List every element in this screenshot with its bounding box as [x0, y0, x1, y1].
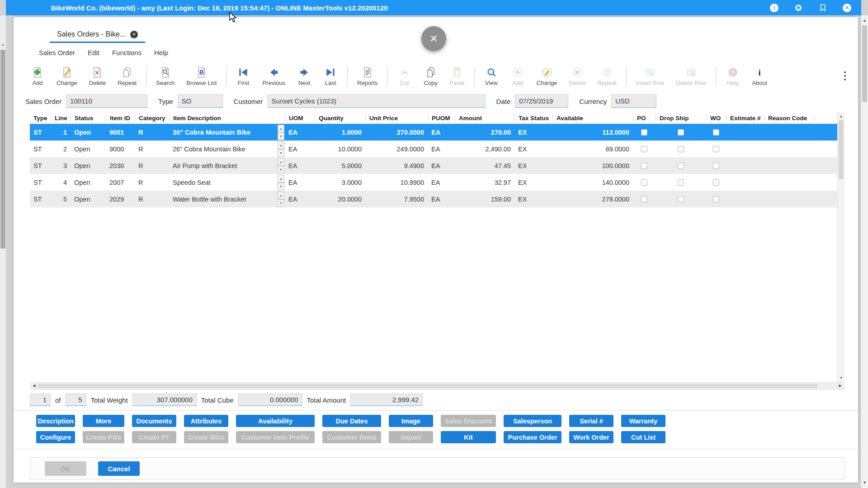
column-header-unit-price[interactable]: Unit Price: [365, 114, 428, 122]
total-amount-input[interactable]: 2,999.42: [350, 394, 423, 406]
customer-input[interactable]: Sunset Cycles (1023): [268, 94, 486, 108]
column-header-wo[interactable]: WO: [706, 114, 726, 122]
po-checkbox[interactable]: [641, 129, 647, 136]
wo-checkbox[interactable]: [713, 146, 719, 152]
wo-checkbox[interactable]: [713, 129, 719, 136]
column-header-type[interactable]: Type: [30, 114, 51, 122]
wo-checkbox[interactable]: [713, 196, 719, 202]
page-number-input[interactable]: 1: [30, 394, 51, 406]
toolbar-previous-button[interactable]: Previous: [256, 66, 291, 86]
scrollbar-thumb[interactable]: [839, 120, 844, 179]
total-cube-input[interactable]: 0.000000: [238, 394, 302, 406]
scroll-up-icon[interactable]: ▲: [861, 17, 868, 24]
toolbar-first-button[interactable]: First: [230, 66, 256, 86]
column-header-item-description[interactable]: Item Description: [169, 114, 285, 122]
toolbar-search-button[interactable]: Search: [150, 66, 180, 86]
spinner-down-icon[interactable]: ▼: [278, 199, 284, 207]
table-row[interactable]: ST3Open2030RAir Pump with Bracket▲▼EA5.0…: [30, 157, 837, 174]
spinner-up-icon[interactable]: ▲: [278, 141, 284, 149]
documents-button[interactable]: Documents: [132, 415, 176, 427]
currency-input[interactable]: USD: [611, 94, 656, 108]
toolbar-browse-list-button[interactable]: BBrowse List: [180, 66, 222, 86]
scroll-down-icon[interactable]: ▼: [838, 375, 844, 381]
date-input[interactable]: 07/25/2019: [515, 94, 568, 108]
column-header-estimate[interactable]: Estimate #: [726, 114, 764, 122]
column-header-item-id[interactable]: Item ID: [106, 114, 135, 122]
close-icon[interactable]: ✕: [843, 4, 851, 12]
scroll-down-icon[interactable]: ▼: [861, 479, 868, 486]
po-checkbox[interactable]: [641, 163, 647, 169]
scroll-left-icon[interactable]: ◀: [31, 383, 38, 389]
column-header-available[interactable]: Available: [552, 114, 633, 122]
table-row[interactable]: ST5Open2029RWater Bottle with Bracket▲▼E…: [30, 191, 837, 207]
column-header-tax-status[interactable]: Tax Status: [514, 114, 552, 122]
toolbar-change-button[interactable]: Change: [51, 66, 83, 86]
cut-list-button[interactable]: Cut List: [621, 431, 665, 443]
spinner-down-icon[interactable]: ▼: [278, 132, 284, 140]
drop-ship-checkbox[interactable]: [678, 146, 684, 152]
bookmark-icon[interactable]: [818, 3, 827, 12]
cancel-button[interactable]: Cancel: [98, 461, 140, 476]
spinner-up-icon[interactable]: ▲: [278, 125, 284, 132]
tab-sales-orders[interactable]: Sales Orders - Bike... ✕: [50, 27, 145, 43]
toolbar-view-button[interactable]: View: [478, 66, 505, 86]
toolbar-repeat-button[interactable]: Repeat: [112, 66, 142, 86]
column-header-status[interactable]: Status: [71, 114, 106, 122]
column-header-line[interactable]: Line: [51, 114, 71, 122]
menu-sales-order[interactable]: Sales Order: [39, 49, 75, 56]
po-checkbox[interactable]: [641, 146, 647, 152]
info-icon[interactable]: i: [770, 4, 778, 12]
wo-checkbox[interactable]: [713, 179, 719, 186]
page-scrollbar-left[interactable]: ▲: [0, 15, 6, 488]
description-button[interactable]: Description: [36, 415, 75, 427]
overlay-close-button[interactable]: ✕: [421, 26, 446, 51]
scroll-up-icon[interactable]: ▲: [0, 42, 6, 48]
drop-ship-checkbox[interactable]: [678, 129, 684, 136]
spinner-up-icon[interactable]: ▲: [278, 192, 284, 199]
configure-button[interactable]: Configure: [36, 431, 75, 443]
table-row[interactable]: ST2Open9000R26" Cobra Mountain Bike▲▼EA1…: [30, 141, 837, 157]
work-order-button[interactable]: Work Order: [569, 431, 613, 443]
due-dates-button[interactable]: Due Dates: [322, 415, 381, 427]
column-header-po[interactable]: PO: [633, 114, 656, 122]
table-row[interactable]: ST1Open9001R30" Cobra Mountain Bike▲▼EA1…: [30, 124, 837, 141]
wo-checkbox[interactable]: [713, 163, 719, 169]
tab-close-icon[interactable]: ✕: [130, 31, 138, 38]
scroll-up-icon[interactable]: ▲: [838, 113, 844, 120]
toolbar-last-button[interactable]: Last: [317, 66, 344, 86]
drop-ship-checkbox[interactable]: [678, 163, 684, 169]
ok-button[interactable]: OK: [45, 461, 86, 476]
table-row[interactable]: ST4Open2007RSpeedo Seat▲▼EA3.000010.9900…: [30, 174, 837, 191]
menu-help[interactable]: Help: [154, 49, 168, 56]
scrollbar-thumb[interactable]: [0, 50, 5, 249]
column-header-puom[interactable]: PUOM: [428, 114, 455, 122]
sales-order-input[interactable]: 100110: [66, 94, 147, 108]
salesperson-button[interactable]: Salesperson: [504, 415, 561, 427]
spinner-up-icon[interactable]: ▲: [278, 175, 284, 183]
image-button[interactable]: Image: [389, 415, 433, 427]
scrollbar-thumb[interactable]: [38, 384, 817, 388]
toolbar-change-button[interactable]: Change: [531, 66, 563, 86]
menu-functions[interactable]: Functions: [112, 49, 142, 56]
availability-button[interactable]: Availability: [236, 415, 315, 427]
po-checkbox[interactable]: [641, 179, 647, 186]
kit-button[interactable]: Kit: [441, 431, 496, 443]
menu-edit[interactable]: Edit: [88, 49, 99, 56]
po-checkbox[interactable]: [641, 196, 647, 202]
serial-button[interactable]: Serial #: [569, 415, 613, 427]
purchase-order-button[interactable]: Purchase Order: [504, 431, 561, 443]
toolbar-next-button[interactable]: Next: [291, 66, 317, 86]
toolbar-reports-button[interactable]: Reports: [351, 66, 384, 86]
more-options-kebab-icon[interactable]: [841, 68, 849, 84]
gear-icon[interactable]: [794, 3, 803, 12]
column-header-amount[interactable]: Amount: [455, 114, 514, 122]
scroll-right-icon[interactable]: ▶: [837, 383, 844, 389]
more-button[interactable]: More: [83, 415, 124, 427]
toolbar-delete-button[interactable]: ✕Delete: [83, 66, 112, 86]
column-header-category[interactable]: Category: [135, 114, 169, 122]
grid-scrollbar-vertical[interactable]: ▲ ▼: [837, 112, 844, 382]
toolbar-about-button[interactable]: iAbout: [746, 66, 773, 86]
toolbar-add-button[interactable]: Add: [24, 66, 51, 86]
toolbar-copy-button[interactable]: Copy: [418, 66, 444, 86]
spinner-down-icon[interactable]: ▼: [278, 149, 284, 157]
